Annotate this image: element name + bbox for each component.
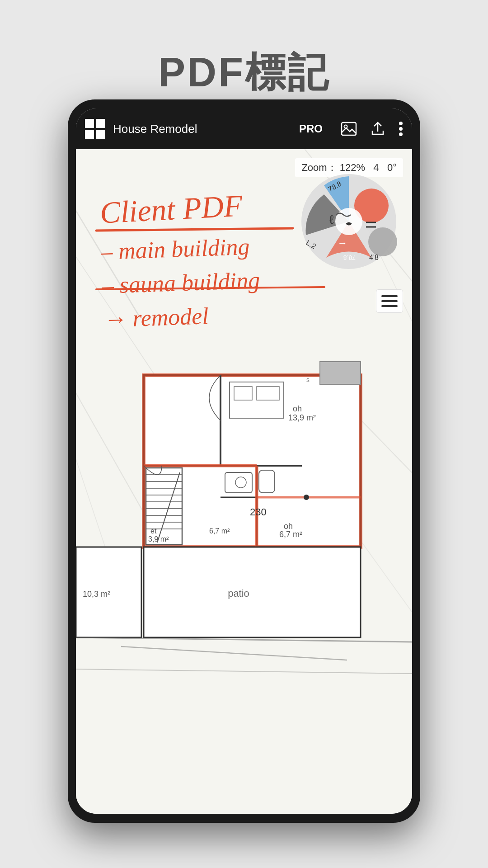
pro-badge: PRO [299,123,323,135]
svg-text:oh: oh [293,404,302,413]
svg-text:13,9 m²: 13,9 m² [288,413,316,422]
app-grid-icon[interactable] [85,119,105,139]
svg-text:→ remodel: → remodel [103,303,209,332]
svg-line-73 [76,669,412,674]
svg-text:3,9 m²: 3,9 m² [148,535,169,543]
svg-point-3 [399,127,403,131]
svg-point-16 [335,208,362,235]
svg-point-2 [399,122,403,125]
phone-screen: House Remodel PRO [76,108,412,814]
radial-menu[interactable]: ℓ → 78.8 4'8 L.2 78.8 [299,172,399,271]
page-title: PDF標記 [0,45,488,100]
share-icon[interactable] [370,121,386,137]
svg-text:6,7 m²: 6,7 m² [279,530,302,539]
content-area: Zoom： 122% 4 0° [76,149,412,814]
svg-point-4 [399,132,403,136]
svg-text:10,3 m²: 10,3 m² [83,590,110,599]
svg-text:s: s [306,376,310,383]
top-bar: House Remodel PRO [76,108,412,149]
app-title: House Remodel [113,122,299,136]
svg-text:Client PDF: Client PDF [99,188,244,230]
svg-rect-31 [144,375,361,547]
svg-rect-74 [320,362,361,384]
svg-text:230: 230 [250,506,267,518]
svg-text:patio: patio [228,588,249,599]
svg-text:→: → [338,237,347,249]
svg-rect-67 [144,547,361,637]
top-bar-icons [341,121,403,137]
svg-text:78.8: 78.8 [343,254,356,261]
svg-line-72 [121,646,347,660]
image-icon[interactable] [341,121,357,137]
svg-text:– sauna building: – sauna building [101,267,260,298]
svg-text:– main building: – main building [100,234,250,264]
phone-frame: House Remodel PRO [68,99,420,823]
floor-plan-area: 230 oh 13,9 m² et 3,9 m² 6,7 m² oh 6,7 m… [76,353,412,814]
svg-text:et: et [150,527,157,535]
svg-text:4'8: 4'8 [369,254,379,261]
svg-text:ℓ: ℓ [328,212,334,226]
svg-text:6,7 m²: 6,7 m² [209,527,230,535]
svg-point-40 [304,495,309,500]
more-icon[interactable] [399,121,403,137]
svg-rect-0 [342,123,356,135]
svg-text:oh: oh [284,522,293,531]
svg-point-15 [368,227,397,256]
hamburger-menu-button[interactable] [376,289,403,313]
